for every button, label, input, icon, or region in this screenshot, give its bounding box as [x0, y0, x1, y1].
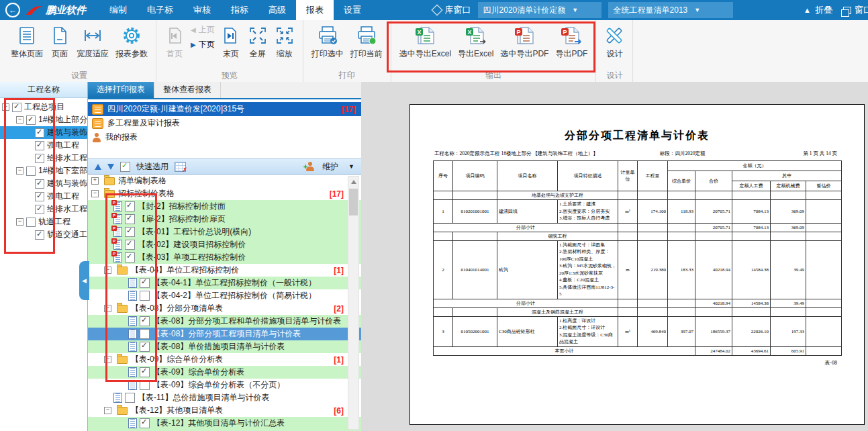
window-label[interactable]: 窗口	[855, 4, 868, 16]
expander-icon[interactable]: −	[16, 167, 23, 175]
collapse-label[interactable]: 折叠	[815, 4, 832, 16]
report-folder-item[interactable]: +清单编制表格	[88, 175, 361, 187]
sidebar-tree-item[interactable]: 建筑与装饰	[0, 126, 87, 139]
expander-icon[interactable]: −	[104, 356, 111, 363]
report-tree-item[interactable]: 【表-09】综合单价分析表（不分页）	[88, 379, 361, 391]
expander-icon[interactable]: −	[91, 190, 99, 197]
page-button[interactable]: 页面	[46, 21, 73, 61]
report-checkbox[interactable]	[140, 329, 150, 339]
collapse-panel-handle[interactable]: ◀	[79, 261, 89, 300]
print-selected-button[interactable]: 打印选中	[308, 21, 347, 61]
tree-checkbox[interactable]	[35, 205, 44, 214]
scroll-up-icon[interactable]	[351, 180, 356, 184]
menu-item[interactable]: 报表	[296, 0, 334, 20]
report-checkbox[interactable]	[125, 214, 135, 224]
sidebar-tree-item[interactable]: 给排水工程	[0, 152, 87, 164]
report-folder-item[interactable]: −【表-08】分部分项清单表[2]	[88, 302, 361, 315]
report-folder-item[interactable]: −【表-04】单位工程招标控制价[1]	[88, 264, 361, 277]
tree-checkbox[interactable]	[35, 128, 44, 138]
tree-checkbox[interactable]	[12, 103, 21, 112]
prev-page-button[interactable]: ◀上页	[191, 24, 215, 36]
report-checkbox[interactable]	[140, 418, 150, 428]
report-checkbox[interactable]	[125, 252, 135, 262]
report-group-item[interactable]: 多工程量及审计报表	[88, 116, 361, 130]
zoom-button[interactable]: 缩放	[271, 21, 298, 61]
tree-checkbox[interactable]	[26, 115, 36, 125]
tree-checkbox[interactable]	[35, 192, 44, 201]
report-checkbox[interactable]	[140, 380, 150, 390]
tree-checkbox[interactable]	[35, 141, 44, 150]
export-selected-pdf-button[interactable]: P 选中导出PDF	[497, 21, 552, 61]
sidebar-tree-item[interactable]: −1#楼地下室部分	[0, 164, 87, 177]
report-tree-item[interactable]: 【表-11】总价措施项目清单与计价表	[88, 391, 361, 404]
tree-checkbox[interactable]	[26, 166, 36, 176]
report-checkbox[interactable]	[125, 227, 135, 237]
move-up-icon[interactable]	[95, 164, 101, 170]
sidebar-tree-item[interactable]: 强电工程	[0, 139, 87, 152]
tree-checkbox[interactable]	[35, 179, 44, 189]
expander-icon[interactable]: −	[16, 218, 23, 226]
expander-icon[interactable]: −	[104, 305, 111, 312]
export-selected-excel-button[interactable]: X 选中导出Excel	[396, 21, 454, 61]
sidebar-tree-item[interactable]: −轨道工程	[0, 216, 87, 228]
back-icon[interactable]: ←	[5, 3, 20, 17]
report-group-item[interactable]: 四川2020定额-川建造价发[2020]315号[17]	[88, 102, 361, 116]
report-tree-item[interactable]: 【表-09】综合单价分析表	[88, 366, 361, 379]
list-standard-dropdown[interactable]: 全统工程量清单2013 ▼	[608, 2, 733, 18]
sidebar-tree-item[interactable]: 强电工程	[0, 190, 87, 203]
report-checkbox[interactable]	[140, 316, 150, 326]
report-tree-item[interactable]: 【封-2】招标控制价封面	[88, 200, 361, 213]
report-tree-item[interactable]: 【表-04-2】单位工程招标控制价（简易计税）	[88, 289, 361, 302]
menu-item[interactable]: 高级	[258, 0, 296, 20]
sidebar-tree-item[interactable]: 建筑与装饰	[0, 177, 87, 190]
report-checkbox[interactable]	[140, 278, 150, 288]
design-button[interactable]: 设计	[601, 21, 628, 61]
maintain-button[interactable]: + 维护 ▼	[303, 161, 354, 173]
print-current-button[interactable]: 打印当前	[347, 21, 386, 61]
next-page-button[interactable]: ▶下页	[191, 39, 215, 50]
report-tree-item[interactable]: 【表-01】工程计价总说明(横向)	[88, 226, 361, 238]
report-checkbox[interactable]	[140, 291, 150, 301]
expander-icon[interactable]: −	[2, 103, 9, 111]
report-tree-item[interactable]: 【表-08】单价措施项目清单与计价表	[88, 340, 361, 353]
last-page-button[interactable]: 末页	[218, 21, 244, 61]
report-checkbox[interactable]	[140, 342, 150, 352]
quick-select-icon[interactable]	[120, 162, 130, 172]
report-tree-item[interactable]: 【表-08】分部分项工程和单价措施项目清单与计价表	[88, 315, 361, 328]
export-excel-button[interactable]: X 导出Excel	[454, 21, 497, 61]
report-tree-item[interactable]: 【扉-2】招标控制价扉页	[88, 213, 361, 226]
tree-checkbox[interactable]	[35, 230, 44, 240]
window-icon[interactable]	[843, 7, 851, 14]
tab-select-print-report[interactable]: 选择打印报表	[88, 82, 154, 98]
expander-icon[interactable]: −	[104, 267, 111, 274]
report-tree-item[interactable]: 【表-03】单项工程招标控制价	[88, 251, 361, 264]
quota-dropdown[interactable]: 四川2020清单计价定额 ▼	[478, 2, 601, 18]
report-checkbox[interactable]	[125, 201, 135, 211]
menu-item[interactable]: 电子标	[137, 0, 183, 20]
export-pdf-button[interactable]: P 导出PDF	[552, 21, 591, 61]
report-params-button[interactable]: 报表参数	[112, 21, 151, 61]
sidebar-tree-item[interactable]: −工程总项目	[0, 101, 87, 113]
tab-view-all-reports[interactable]: 整体查看报表	[154, 82, 221, 98]
save-selection-icon[interactable]	[175, 162, 186, 172]
report-folder-item[interactable]: −【表-12】其他项目清单表[6]	[88, 404, 361, 417]
menu-item[interactable]: 设置	[334, 0, 371, 20]
menu-item[interactable]: 指标	[221, 0, 258, 20]
move-down-icon[interactable]	[107, 164, 114, 170]
report-tree-item[interactable]: 【表-12】其他项目清单与计价汇总表	[88, 417, 361, 430]
sidebar-tree-item[interactable]: −1#楼地上部分	[0, 113, 87, 126]
report-group-item[interactable]: 我的报表	[88, 130, 361, 144]
sidebar-tree-item[interactable]: 轨道交通工程	[0, 228, 87, 241]
scrollbar-thumb[interactable]	[349, 189, 358, 216]
sidebar-tree-item[interactable]: 给排水工程	[0, 203, 87, 216]
report-tree-item[interactable]: 【表-08】分部分项工程项目清单与计价表	[88, 328, 361, 340]
tree-checkbox[interactable]	[35, 154, 44, 163]
report-tree-item[interactable]: 【表-02】建设项目招标控制价	[88, 238, 361, 251]
fit-width-button[interactable]: 宽度适应	[73, 21, 112, 61]
expander-icon[interactable]: −	[16, 116, 23, 124]
tree-scrollbar[interactable]	[348, 176, 359, 430]
report-folder-item[interactable]: −招标控制价表格[17]	[88, 187, 361, 200]
report-tree-item[interactable]: 【表-04-1】单位工程招标控制价（一般计税）	[88, 277, 361, 289]
report-checkbox[interactable]	[125, 393, 135, 403]
collapse-icon[interactable]: ▲	[804, 6, 811, 14]
